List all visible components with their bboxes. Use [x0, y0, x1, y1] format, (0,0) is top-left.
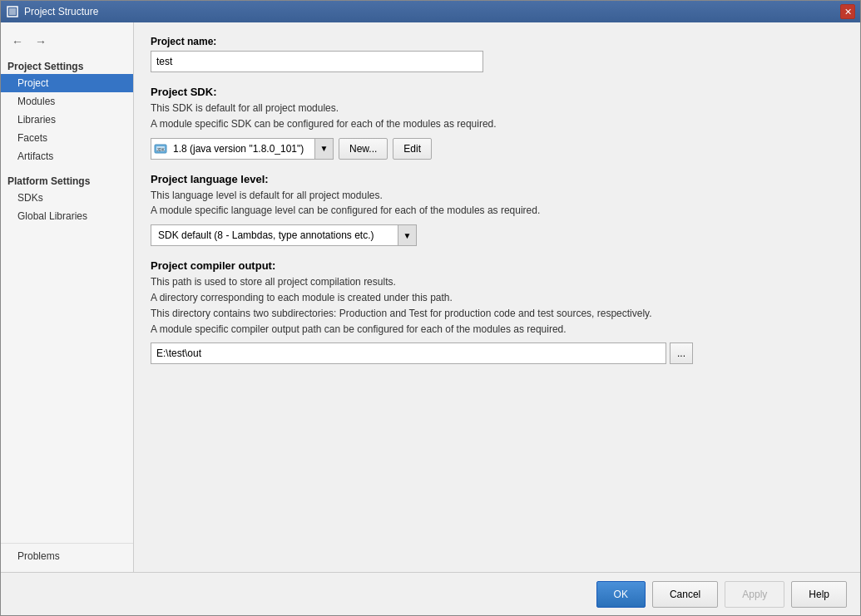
lang-desc2: A module specific language level can be …: [151, 204, 844, 218]
browse-button[interactable]: ...: [670, 342, 693, 364]
svg-rect-1: [9, 8, 16, 15]
project-settings-header: Project Settings: [1, 57, 133, 74]
sdk-row: JDK 1.8 (java version "1.8.0_101") ▼ New…: [151, 138, 844, 160]
nav-toolbar: ← →: [1, 29, 133, 57]
sdk-title: Project SDK:: [151, 86, 844, 98]
sidebar-item-facets[interactable]: Facets: [1, 129, 133, 147]
compiler-title: Project compiler output:: [151, 259, 844, 272]
sdk-select[interactable]: JDK 1.8 (java version "1.8.0_101") ▼: [151, 138, 334, 160]
sidebar-item-modules[interactable]: Modules: [1, 92, 133, 111]
sdk-icon: JDK: [151, 140, 170, 158]
nav-back-button[interactable]: ←: [7, 32, 27, 51]
sdk-new-button[interactable]: New...: [339, 138, 388, 160]
nav-forward-button[interactable]: →: [31, 32, 51, 51]
sidebar-item-global-libraries[interactable]: Global Libraries: [1, 207, 133, 225]
sdk-edit-button[interactable]: Edit: [393, 138, 432, 160]
lang-row: SDK default (8 - Lambdas, type annotatio…: [151, 224, 844, 246]
title-bar-left: Project Structure: [6, 5, 98, 18]
compiler-row: ...: [151, 342, 844, 364]
sidebar-item-project[interactable]: Project: [1, 74, 133, 92]
sidebar-item-libraries[interactable]: Libraries: [1, 111, 133, 129]
sidebar-bottom: Problems: [1, 543, 133, 565]
lang-title: Project language level:: [151, 173, 844, 185]
compiler-path-input[interactable]: [151, 342, 666, 364]
lang-desc1: This language level is default for all p…: [151, 189, 844, 203]
help-button[interactable]: Help: [791, 581, 847, 608]
sdk-dropdown-arrow[interactable]: ▼: [314, 139, 333, 159]
title-bar: Project Structure ✕: [1, 1, 860, 22]
footer: OK Cancel Apply Help: [1, 572, 860, 615]
main-content: Project name: Project SDK: This SDK is d…: [134, 22, 860, 572]
compiler-output-section: Project compiler output: This path is us…: [151, 259, 844, 364]
sidebar: ← → Project Settings Project Modules Lib…: [1, 22, 134, 572]
sdk-desc1: This SDK is default for all project modu…: [151, 101, 844, 116]
project-sdk-section: Project SDK: This SDK is default for all…: [151, 86, 844, 160]
sdk-desc2: A module specific SDK can be configured …: [151, 117, 844, 131]
sidebar-item-sdks[interactable]: SDKs: [1, 189, 133, 207]
sidebar-item-artifacts[interactable]: Artifacts: [1, 147, 133, 165]
lang-select[interactable]: SDK default (8 - Lambdas, type annotatio…: [151, 224, 417, 246]
sdk-value: 1.8 (java version "1.8.0_101"): [170, 143, 314, 155]
window-icon: [6, 5, 19, 18]
project-structure-window: Project Structure ✕ ← → Project Settings…: [0, 0, 861, 616]
window-title: Project Structure: [24, 6, 98, 17]
platform-settings-header: Platform Settings: [1, 172, 133, 189]
apply-button[interactable]: Apply: [725, 581, 784, 608]
compiler-desc2: A directory corresponding to each module…: [151, 291, 844, 305]
close-button[interactable]: ✕: [840, 4, 855, 19]
compiler-desc4: A module specific compiler output path c…: [151, 323, 844, 337]
content-area: ← → Project Settings Project Modules Lib…: [1, 22, 860, 572]
project-name-section: Project name:: [151, 36, 844, 72]
svg-text:JDK: JDK: [156, 147, 165, 152]
compiler-desc1: This path is used to store all project c…: [151, 275, 844, 289]
lang-dropdown-arrow[interactable]: ▼: [398, 225, 416, 245]
compiler-desc3: This directory contains two subdirectori…: [151, 307, 844, 321]
lang-value: SDK default (8 - Lambdas, type annotatio…: [151, 229, 398, 241]
project-name-label: Project name:: [151, 36, 844, 47]
language-level-section: Project language level: This language le…: [151, 173, 844, 247]
project-name-input[interactable]: [151, 51, 483, 72]
ok-button[interactable]: OK: [596, 581, 646, 608]
cancel-button[interactable]: Cancel: [652, 581, 718, 608]
sidebar-item-problems[interactable]: Problems: [1, 547, 133, 565]
